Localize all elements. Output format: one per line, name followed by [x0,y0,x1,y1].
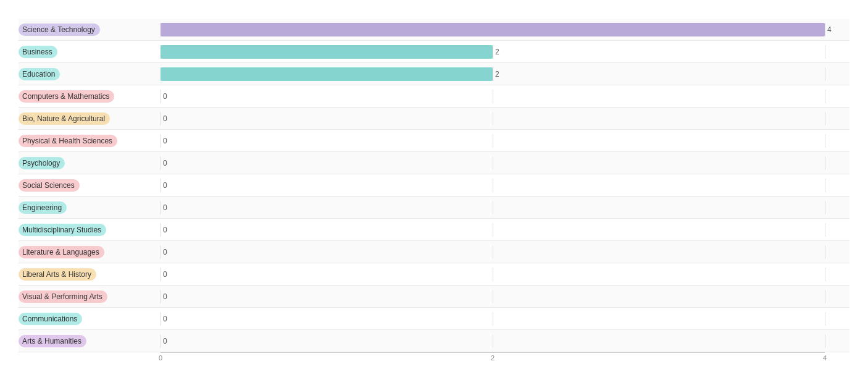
bar-label-text: Business [19,46,57,58]
bar-label-text: Arts & Humanities [19,335,86,347]
bar-label: Social Sciences [19,179,161,192]
bar-value-label: 0 [163,156,167,170]
grid-line [825,45,825,59]
grid-line [493,134,493,148]
bar-label-text: Multidisciplinary Studies [19,224,106,236]
bar-label-text: Education [19,68,60,80]
grid-line [493,223,493,237]
grid-line [825,156,825,170]
grid-line [825,90,825,103]
bar-label: Business [19,46,161,58]
bar-container: 0 [161,290,849,303]
bar-label-text: Communications [19,313,82,325]
bar-value-label: 2 [495,67,499,81]
bar-value-label: 0 [163,179,167,192]
bar-value-label: 0 [163,134,167,148]
grid-line [825,334,825,348]
grid-line [161,223,161,237]
bar-label: Science & Technology [19,23,161,36]
grid-line [825,201,825,214]
bar-value-label: 0 [163,268,167,281]
grid-line [161,268,161,281]
bar-value-label: 4 [827,23,832,36]
bar-row: Arts & Humanities0 [19,330,849,352]
grid-line [825,67,825,81]
bar-container: 0 [161,156,849,170]
grid-line [825,223,825,237]
bar-label: Visual & Performing Arts [19,290,161,303]
grid-line [161,290,161,303]
grid-line [161,134,161,148]
bar-fill [161,45,493,59]
grid-line [161,334,161,348]
bar-value-label: 0 [163,223,167,237]
bar-label: Psychology [19,157,161,169]
grid-line [825,290,825,303]
bar-label-text: Physical & Health Sciences [19,135,117,147]
bar-value-label: 0 [163,201,167,214]
bar-value-label: 0 [163,312,167,326]
bar-label: Liberal Arts & History [19,268,161,281]
bar-label-text: Liberal Arts & History [19,268,96,281]
bar-label: Multidisciplinary Studies [19,224,161,236]
bar-row: Computers & Mathematics0 [19,85,849,108]
grid-line [825,245,825,259]
bar-row: Liberal Arts & History0 [19,263,849,286]
bar-fill [161,67,493,81]
bar-label-text: Engineering [19,201,67,214]
bar-value-label: 0 [163,112,167,125]
grid-line [493,245,493,259]
bar-container: 0 [161,223,849,237]
bar-row: Engineering0 [19,197,849,219]
grid-line [825,134,825,148]
grid-line [161,179,161,192]
bar-label-text: Computers & Mathematics [19,90,114,103]
bar-container: 0 [161,245,849,259]
bar-label: Engineering [19,201,161,214]
x-tick-label: 4 [823,354,827,362]
bar-container: 0 [161,334,849,348]
grid-line [493,45,493,59]
chart-area: Science & Technology4Business2Education2… [19,19,849,365]
grid-line [825,312,825,326]
bar-row: Business2 [19,41,849,63]
bar-label: Education [19,68,161,80]
bar-container: 0 [161,112,849,125]
grid-line [493,90,493,103]
bar-label-text: Visual & Performing Arts [19,290,107,303]
bar-row: Physical & Health Sciences0 [19,130,849,152]
grid-line [825,23,825,36]
bar-container: 2 [161,67,849,81]
grid-line [161,312,161,326]
bar-container: 2 [161,45,849,59]
bar-row: Science & Technology4 [19,19,849,41]
bar-row: Education2 [19,63,849,85]
bar-label: Physical & Health Sciences [19,135,161,147]
grid-line [493,312,493,326]
bar-value-label: 0 [163,90,167,103]
grid-line [493,268,493,281]
x-axis: 024 [161,352,825,365]
grid-line [161,90,161,103]
bar-label: Communications [19,313,161,325]
grid-line [493,67,493,81]
grid-line [161,245,161,259]
bar-container: 0 [161,179,849,192]
bar-value-label: 2 [495,45,499,59]
bar-label: Arts & Humanities [19,335,161,347]
grid-line [161,112,161,125]
bar-container: 4 [161,23,849,36]
grid-line [161,201,161,214]
bar-row: Literature & Languages0 [19,241,849,263]
bar-label: Literature & Languages [19,246,161,258]
bar-row: Social Sciences0 [19,174,849,197]
grid-line [161,156,161,170]
bar-container: 0 [161,268,849,281]
bar-value-label: 0 [163,245,167,259]
grid-line [825,268,825,281]
bar-container: 0 [161,90,849,103]
bar-row: Psychology0 [19,152,849,174]
bar-fill [161,23,825,36]
grid-line [825,112,825,125]
grid-line [493,179,493,192]
